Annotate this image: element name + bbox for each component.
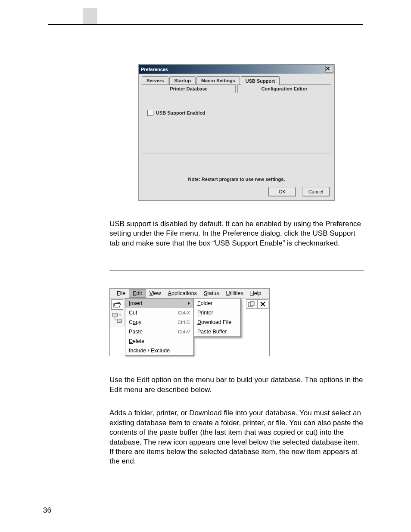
tab-startup[interactable]: Startup [169, 76, 196, 85]
paragraph-usb-support: USB support is disabled by default. It c… [109, 219, 364, 248]
delete-x-icon[interactable] [257, 299, 268, 309]
checkbox-label: USB Support Enabled [156, 110, 205, 115]
toolbar-right [245, 299, 269, 310]
toolbar-left: d [110, 299, 125, 327]
svg-text:d: d [118, 313, 120, 317]
app-menu-screenshot: File Edit View Applications Status Utili… [109, 288, 270, 356]
tab-macro-settings[interactable]: Macro Settings [196, 76, 240, 85]
svg-rect-4 [250, 302, 254, 306]
checkbox-icon[interactable] [147, 110, 153, 116]
printer-tree-icon: d [112, 311, 123, 326]
close-icon[interactable] [325, 66, 333, 73]
tab-pane: USB Support Enabled [142, 93, 331, 153]
submenu-printer[interactable]: Printer [194, 308, 240, 317]
menu-view[interactable]: View [146, 289, 165, 297]
menubar: File Edit View Applications Status Utili… [110, 289, 269, 299]
copy-icon[interactable] [246, 299, 257, 309]
usb-support-enabled-checkbox[interactable]: USB Support Enabled [147, 110, 326, 116]
menuitem-copy[interactable]: Copy Ctrl-C [125, 317, 193, 327]
cancel-button[interactable]: Cancel [302, 187, 330, 196]
paragraph-insert-desc: Adds a folder, printer, or Download file… [109, 408, 364, 467]
tabs-row-2: Printer Database Configuration Editor [142, 84, 331, 93]
paragraph-edit-intro: Use the Edit option on the menu bar to b… [109, 375, 364, 395]
ok-button[interactable]: OK [268, 187, 296, 196]
menu-status[interactable]: Status [200, 289, 222, 297]
page-number: 36 [43, 506, 51, 515]
tabs-row-1: Servers Startup Macro Settings USB Suppo… [142, 76, 331, 85]
tab-usb-support[interactable]: USB Support [241, 76, 280, 85]
svg-rect-2 [117, 319, 121, 323]
tab-servers[interactable]: Servers [142, 76, 168, 85]
svg-rect-0 [112, 313, 118, 317]
open-folder-icon[interactable] [111, 299, 123, 310]
submenu-arrow-icon [188, 302, 190, 305]
menu-utilities[interactable]: Utilities [222, 289, 246, 297]
menuitem-include-exclude[interactable]: Include / Exclude [125, 346, 193, 355]
section-rule [109, 271, 364, 271]
insert-submenu: Folder Printer Download File Paste Buffe… [193, 298, 241, 337]
header-stub [83, 8, 97, 24]
submenu-folder[interactable]: Folder [194, 299, 240, 308]
header-rule [48, 24, 363, 25]
tab-configuration-editor[interactable]: Configuration Editor [237, 84, 331, 93]
dialog-titlebar: Preferences [139, 65, 334, 74]
restart-note: Note: Restart program to use new setting… [142, 177, 331, 182]
menu-file[interactable]: File [113, 289, 129, 297]
menu-applications[interactable]: Applications [165, 289, 200, 297]
menuitem-insert[interactable]: Insert [125, 299, 193, 308]
preferences-dialog: Preferences Servers Startup Macro Settin… [139, 65, 334, 200]
menuitem-delete[interactable]: Delete [125, 336, 193, 346]
submenu-paste-buffer[interactable]: Paste Buffer [194, 327, 240, 336]
menu-help[interactable]: Help [247, 289, 265, 297]
menuitem-paste[interactable]: Paste Ctrl-V [125, 327, 193, 336]
dialog-title: Preferences [141, 67, 168, 72]
tab-printer-database[interactable]: Printer Database [142, 84, 236, 93]
edit-dropdown: Insert Cut Ctrl-X Copy Ctrl-C Paste Ctrl… [125, 298, 194, 356]
menu-edit[interactable]: Edit [129, 289, 146, 298]
menuitem-cut[interactable]: Cut Ctrl-X [125, 308, 193, 317]
submenu-download-file[interactable]: Download File [194, 317, 240, 327]
